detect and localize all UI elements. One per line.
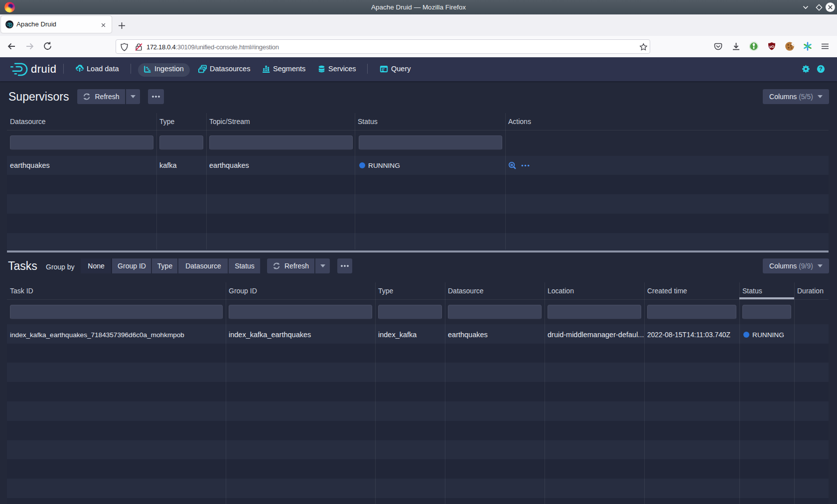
svg-text:?: ? [819,66,823,72]
svg-text:uO: uO [769,45,774,48]
